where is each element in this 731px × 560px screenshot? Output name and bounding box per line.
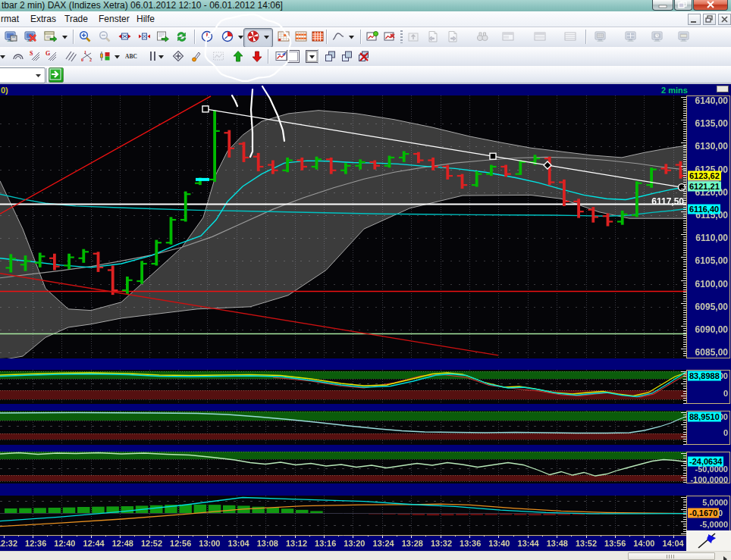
compress-range-button[interactable] — [116, 29, 133, 45]
text-abc-button[interactable]: ABC — [123, 48, 140, 65]
color-swatch-icon — [284, 50, 302, 63]
speed-lines-s-icon: S — [27, 50, 44, 63]
monitor-close-icon — [22, 30, 39, 43]
clock-pie-button[interactable] — [219, 29, 237, 45]
crosshair-button[interactable] — [170, 48, 187, 65]
grid-sparse-button[interactable] — [275, 29, 293, 45]
window-close-button[interactable] — [693, 0, 728, 11]
layers-back-button[interactable] — [338, 48, 356, 65]
scrollbar-right-arrow[interactable] — [720, 552, 730, 560]
dropdown-for-dropdown-button[interactable] — [236, 29, 245, 45]
clock-icon — [199, 30, 216, 43]
time-axis-label: 12:44 — [83, 540, 105, 548]
panel-list2-button — [532, 29, 549, 45]
window-title: tbar 2 min) DAX (Indizes Xetra) 06.01.20… — [2, 0, 283, 11]
arrow-up-green-button[interactable] — [230, 48, 247, 65]
mdi-close-button[interactable] — [718, 14, 731, 25]
time-axis-label: 13:00 — [199, 540, 220, 548]
go-button[interactable] — [49, 67, 64, 83]
window-minimize-button[interactable] — [652, 0, 673, 11]
layers-front-button[interactable] — [322, 48, 339, 65]
parallel-lines-button[interactable] — [62, 48, 80, 65]
zigzag-box-icon — [210, 50, 227, 63]
clock-button[interactable] — [199, 29, 216, 45]
screen-quad-icon — [623, 30, 640, 43]
dropdown-icon — [60, 35, 69, 39]
color-swatch-button[interactable] — [284, 48, 302, 65]
dropdown-icon — [112, 55, 121, 59]
chart-header-button[interactable] — [717, 86, 729, 92]
chart-new-red-button[interactable] — [381, 29, 399, 45]
arrow-down-red-button[interactable] — [249, 48, 266, 65]
candle-tool-button[interactable] — [96, 48, 114, 65]
chart-canvas[interactable] — [0, 83, 731, 560]
menu-item-extras[interactable]: Extras — [27, 13, 59, 25]
time-axis-label: 14:00 — [633, 540, 654, 548]
curve-button[interactable] — [330, 29, 347, 45]
export-doc-icon — [42, 30, 59, 43]
knife-icon — [188, 50, 205, 63]
menu-bar: rmatExtrasTradeFensterHilfe — [0, 11, 731, 27]
expand-range-icon — [136, 30, 153, 43]
macd-panel-axis-label: 5,0000 — [702, 499, 728, 507]
grid-rows-icon — [293, 30, 310, 43]
dropdown-for-dropdown-button[interactable] — [112, 48, 121, 65]
monitor-save-icon — [2, 30, 20, 43]
tb1-drag-handle[interactable] — [400, 30, 403, 43]
page-prev-icon — [425, 30, 442, 43]
monitor-save-button[interactable] — [2, 29, 20, 45]
dropdown-for-dropdown-button[interactable] — [0, 48, 7, 65]
dropdown-for-dropdown-button[interactable] — [60, 29, 69, 45]
refresh-button[interactable] — [173, 29, 190, 45]
time-axis-label: 13:44 — [518, 540, 539, 548]
tb2-separator — [318, 49, 319, 64]
pie-chart-button[interactable] — [245, 29, 262, 45]
fib-retracement-icon: 102 — [79, 50, 96, 63]
panel-list2-icon — [532, 30, 549, 43]
gann-lines-g-button[interactable]: G — [43, 48, 61, 65]
time-axis-label: 13:20 — [344, 540, 365, 548]
svg-text:S: S — [30, 50, 33, 57]
expand-range-button[interactable] — [136, 29, 153, 45]
horizontal-scrollbar[interactable] — [0, 551, 731, 560]
tb1-separator — [194, 30, 196, 44]
menu-item-rmat[interactable]: rmat — [0, 13, 22, 25]
speed-lines-s-button[interactable]: S — [27, 48, 44, 65]
time-axis-label: 12:56 — [170, 540, 191, 548]
grid-rows-button[interactable] — [293, 29, 310, 45]
dropdown-for-dropdown-button[interactable] — [156, 48, 165, 65]
time-axis-label: 13:52 — [576, 540, 597, 548]
fib-retracement-button[interactable]: 102 — [79, 48, 96, 65]
monitor-close-button[interactable] — [22, 29, 39, 45]
menu-item-trade[interactable]: Trade — [61, 13, 91, 25]
dropdown-for-dropdown-button[interactable] — [262, 29, 271, 45]
scrollbar-thumb[interactable] — [628, 552, 715, 560]
binoculars-button — [474, 29, 491, 45]
macd-panel-value-tag: -0,1670 — [688, 508, 719, 518]
chart-new-green-button[interactable] — [364, 29, 381, 45]
doc-next-button[interactable] — [154, 29, 171, 45]
mdi-minimize-button[interactable] — [688, 14, 701, 25]
menu-item-hilfe[interactable]: Hilfe — [133, 13, 158, 25]
fib-arc-button[interactable] — [10, 48, 27, 65]
time-axis-label: 13:40 — [488, 540, 510, 548]
chart-series-label: 0) — [1, 86, 8, 95]
time-axis-label: 14:04 — [663, 540, 684, 548]
zoom-in-button[interactable] — [77, 29, 94, 45]
symbol-combobox[interactable] — [0, 67, 45, 83]
layers-delete-button[interactable] — [355, 48, 372, 65]
chart-window: 0) 2 mins 6140,006135,006130,006125,0061… — [0, 83, 731, 560]
screen-key-icon — [676, 30, 693, 43]
grid-dense-button[interactable] — [309, 29, 327, 45]
menu-item-fenster[interactable]: Fenster — [96, 13, 133, 25]
export-doc-button[interactable] — [42, 29, 59, 45]
knife-button[interactable] — [188, 48, 205, 65]
dropdown-icon — [236, 35, 245, 39]
slow-ma-tag: 6116,40 — [688, 204, 720, 214]
screen-grid-icon — [592, 30, 610, 43]
dropdown-for-dropdown-button[interactable] — [347, 29, 356, 45]
mdi-restore-button[interactable] — [703, 14, 716, 25]
window-restore-button[interactable] — [674, 0, 692, 11]
combobox-dropdown-icon[interactable] — [33, 70, 43, 80]
zigzag-box-button — [210, 48, 227, 65]
